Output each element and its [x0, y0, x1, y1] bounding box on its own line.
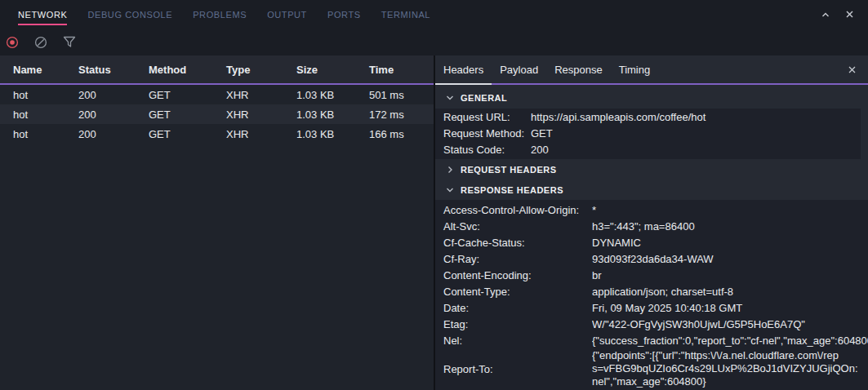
cell-method: GET — [149, 89, 226, 101]
details-tab-bar: Headers Payload Response Timing — [435, 55, 868, 85]
kv-value: {"success_fraction":0,"report_to":"cf-ne… — [592, 333, 868, 349]
kv-row: Content-Encoding: br — [435, 268, 868, 284]
kv-row: Cf-Ray: 93d093f23da6da34-WAW — [435, 251, 868, 268]
cell-type: XHR — [226, 128, 296, 140]
kv-value: br — [592, 268, 868, 284]
tab-headers[interactable]: Headers — [435, 55, 492, 85]
kv-row: Etag: W/"422-OFgVyjSW3h0UjwL/G5P5HoE6A7Q… — [435, 317, 868, 333]
section-response-headers[interactable]: RESPONSE HEADERS — [435, 179, 868, 200]
section-title: REQUEST HEADERS — [461, 165, 557, 175]
kv-label: Alt-Svc: — [443, 219, 592, 235]
kv-label: Content-Type: — [443, 284, 592, 300]
cell-type: XHR — [226, 89, 296, 101]
kv-value: 93d093f23da6da34-WAW — [592, 251, 868, 268]
request-table-header: Name Status Method Type Size Time — [0, 55, 434, 85]
kv-row: Content-Type: application/json; charset=… — [435, 284, 868, 300]
chevron-right-icon — [445, 165, 455, 175]
tab-terminal[interactable]: TERMINAL — [381, 0, 430, 29]
chevron-down-icon — [445, 93, 455, 103]
cell-type: XHR — [226, 109, 296, 121]
column-header-name[interactable]: Name — [0, 64, 78, 76]
kv-value-line: s=vFBG9bqUZIo6Cr4s29LUxP%2BoJ1dVIZYJUGji… — [592, 362, 868, 375]
kv-label: Report-To: — [443, 363, 592, 375]
kv-label: Date: — [443, 300, 592, 317]
column-header-size[interactable]: Size — [296, 64, 369, 76]
response-headers-block: Access-Control-Allow-Origin: * Alt-Svc: … — [435, 200, 868, 390]
table-row[interactable]: hot 200 GET XHR 1.03 KB 172 ms — [0, 104, 434, 124]
cell-name: hot — [0, 128, 78, 140]
cell-time: 166 ms — [369, 128, 434, 140]
cell-size: 1.03 KB — [296, 109, 369, 121]
section-title: GENERAL — [461, 93, 507, 103]
chevron-down-icon — [445, 185, 455, 195]
kv-value-multiline: {"endpoints":[{"url":"https:\/\/a.nel.cl… — [592, 349, 868, 388]
cell-status: 200 — [78, 109, 149, 121]
tab-problems[interactable]: PROBLEMS — [193, 0, 247, 29]
network-panel-body: Name Status Method Type Size Time hot 20… — [0, 55, 868, 390]
kv-label: Access-Control-Allow-Origin: — [443, 202, 592, 219]
kv-row-report-to: Report-To: {"endpoints":[{"url":"https:\… — [435, 349, 868, 388]
kv-label: Content-Encoding: — [443, 268, 592, 284]
kv-label: Request URL: — [443, 109, 531, 126]
kv-value: W/"422-OFgVyjSW3h0UjwL/G5P5HoE6A7Q" — [592, 317, 868, 333]
kv-value-line: {"endpoints":[{"url":"https:\/\/a.nel.cl… — [592, 349, 868, 362]
tab-response[interactable]: Response — [546, 55, 611, 83]
tab-timing[interactable]: Timing — [611, 55, 659, 83]
kv-value: 200 — [531, 142, 861, 158]
kv-value: GET — [531, 126, 861, 142]
kv-value: application/json; charset=utf-8 — [592, 284, 868, 300]
chevron-up-icon[interactable] — [819, 8, 832, 21]
table-row[interactable]: hot 200 GET XHR 1.03 KB 166 ms — [0, 124, 434, 144]
cell-name: hot — [0, 109, 78, 121]
tab-debug-console[interactable]: DEBUG CONSOLE — [87, 0, 172, 29]
circle-slash-icon[interactable] — [34, 36, 47, 49]
network-toolbar — [0, 29, 868, 55]
column-header-time[interactable]: Time — [369, 64, 434, 76]
record-icon[interactable] — [6, 36, 19, 49]
headers-detail-body: GENERAL Request URL: https://api.samplea… — [435, 85, 868, 390]
column-header-status[interactable]: Status — [78, 64, 149, 76]
kv-value: * — [592, 202, 868, 219]
kv-value: Fri, 09 May 2025 10:40:18 GMT — [592, 300, 868, 317]
column-header-method[interactable]: Method — [149, 64, 226, 76]
kv-label: Request Method: — [443, 126, 531, 142]
table-row[interactable]: hot 200 GET XHR 1.03 KB 501 ms — [0, 85, 434, 104]
kv-row: Cf-Cache-Status: DYNAMIC — [435, 235, 868, 251]
general-block: Request URL: https://api.sampleapis.com/… — [435, 109, 861, 159]
kv-label: Status Code: — [443, 142, 531, 158]
section-title: RESPONSE HEADERS — [461, 185, 563, 195]
kv-label: Cf-Cache-Status: — [443, 235, 592, 251]
request-table: Name Status Method Type Size Time hot 20… — [0, 55, 434, 390]
tab-ports[interactable]: PORTS — [327, 0, 361, 29]
section-general[interactable]: GENERAL — [435, 85, 868, 109]
kv-row: Request URL: https://api.sampleapis.com/… — [435, 109, 861, 126]
tab-network[interactable]: NETWORK — [18, 0, 67, 29]
panel-tab-bar: NETWORK DEBUG CONSOLE PROBLEMS OUTPUT PO… — [0, 0, 868, 29]
kv-label: Etag: — [443, 317, 592, 333]
kv-row: Status Code: 200 — [435, 142, 861, 158]
close-icon[interactable] — [845, 63, 858, 76]
kv-label: Cf-Ray: — [443, 251, 592, 268]
kv-value-line: nel","max_age":604800} — [592, 375, 868, 388]
kv-row: Alt-Svc: h3=":443"; ma=86400 — [435, 219, 868, 235]
request-details-panel: Headers Payload Response Timing GENERAL … — [435, 55, 868, 390]
cell-status: 200 — [78, 89, 149, 101]
cell-status: 200 — [78, 128, 149, 140]
cell-size: 1.03 KB — [296, 128, 369, 140]
kv-row: Request Method: GET — [435, 126, 861, 142]
kv-value: h3=":443"; ma=86400 — [592, 219, 868, 235]
cell-time: 172 ms — [369, 109, 434, 121]
kv-row: Nel: {"success_fraction":0,"report_to":"… — [435, 333, 868, 349]
kv-label: Nel: — [443, 333, 592, 349]
tab-payload[interactable]: Payload — [492, 55, 546, 83]
section-request-headers[interactable]: REQUEST HEADERS — [435, 159, 868, 179]
column-header-type[interactable]: Type — [226, 64, 296, 76]
cell-name: hot — [0, 89, 78, 101]
cell-method: GET — [149, 109, 226, 121]
cell-time: 501 ms — [369, 89, 434, 101]
tab-output[interactable]: OUTPUT — [267, 0, 307, 29]
filter-funnel-icon[interactable] — [63, 36, 76, 49]
panel-window-controls — [819, 0, 868, 29]
close-icon[interactable] — [843, 8, 856, 21]
kv-row: Access-Control-Allow-Origin: * — [435, 202, 868, 219]
